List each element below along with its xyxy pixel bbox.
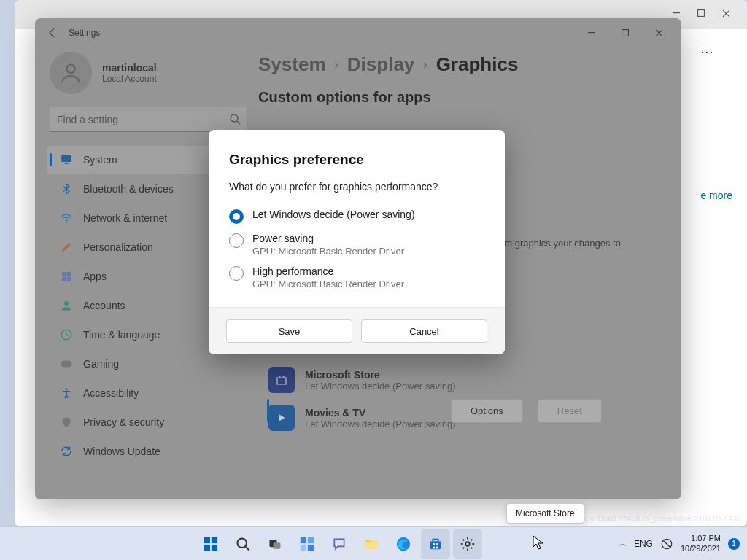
svg-rect-34 <box>436 546 438 548</box>
tray-overflow-icon[interactable]: ︿ <box>619 538 627 549</box>
user-name: martinlocal <box>102 62 157 74</box>
tray-clock[interactable]: 1:07 PM 10/29/2021 <box>681 534 721 553</box>
search-icon <box>229 113 241 125</box>
minimize-button[interactable] <box>575 21 608 44</box>
cursor-icon <box>533 535 544 550</box>
radio-label: Let Windows decide (Power saving) <box>252 209 415 220</box>
notification-badge[interactable]: 1 <box>728 538 740 550</box>
dialog-question: What do you prefer for graphics performa… <box>229 181 484 192</box>
sidebar-item-accessibility[interactable]: Accessibility <box>47 379 249 407</box>
bg-more-icon[interactable]: ⋯ <box>700 44 715 60</box>
radio-option-0[interactable]: Let Windows decide (Power saving) <box>229 204 484 228</box>
svg-rect-9 <box>62 272 66 276</box>
app-title: Movies & TV <box>305 407 456 419</box>
radio-label: Power saving <box>252 233 404 244</box>
user-block[interactable]: martinlocal Local Account <box>42 47 254 107</box>
selection-indicator <box>267 399 269 422</box>
svg-rect-7 <box>65 163 69 165</box>
svg-point-35 <box>465 542 470 546</box>
svg-point-8 <box>66 222 67 223</box>
app-subtitle: Let Windows decide (Power saving) <box>305 381 456 392</box>
radio-icon <box>229 266 244 281</box>
svg-rect-18 <box>212 537 217 542</box>
app-title: Microsoft Store <box>305 369 456 381</box>
save-button[interactable]: Save <box>226 319 352 343</box>
cancel-button[interactable]: Cancel <box>361 319 487 343</box>
window-title: Settings <box>69 28 100 38</box>
user-account-type: Local Account <box>102 74 157 84</box>
svg-rect-31 <box>433 543 435 545</box>
account-icon <box>60 299 73 312</box>
radio-option-2[interactable]: High performanceGPU: Microsoft Basic Ren… <box>229 261 484 294</box>
dialog-title: Graphics preference <box>229 152 484 168</box>
chevron-right-icon: › <box>335 58 338 71</box>
taskbar-widgets[interactable] <box>293 529 322 559</box>
breadcrumb-display[interactable]: Display <box>347 53 415 76</box>
bg-maximize-icon[interactable] <box>697 9 708 20</box>
sidebar-item-label: Personalization <box>83 241 153 253</box>
update-icon <box>60 445 73 458</box>
taskbar-edge[interactable] <box>389 529 418 559</box>
taskbar-taskview[interactable] <box>260 529 290 559</box>
breadcrumb-current: Graphics <box>436 53 519 76</box>
taskbar-store[interactable] <box>421 529 450 559</box>
gaming-icon <box>60 357 73 370</box>
app-subtitle: Let Windows decide (Power saving) <box>305 419 456 429</box>
svg-rect-1 <box>698 10 705 17</box>
svg-rect-23 <box>273 542 280 548</box>
search-input[interactable] <box>50 107 247 132</box>
svg-rect-0 <box>673 12 680 13</box>
reset-button[interactable]: Reset <box>538 399 602 423</box>
sidebar-item-windows-update[interactable]: Windows Update <box>47 438 249 465</box>
svg-rect-2 <box>588 32 595 33</box>
svg-rect-10 <box>67 272 71 276</box>
taskbar-search[interactable] <box>228 529 258 559</box>
options-button[interactable]: Options <box>451 399 523 423</box>
taskbar-settings[interactable] <box>453 529 482 559</box>
svg-rect-20 <box>212 544 217 550</box>
maximize-button[interactable] <box>608 21 642 44</box>
sidebar-item-label: System <box>83 154 117 166</box>
svg-rect-32 <box>436 543 438 545</box>
svg-rect-28 <box>365 542 378 548</box>
sidebar-item-label: Accessibility <box>83 387 139 399</box>
svg-rect-27 <box>308 544 314 550</box>
bg-close-icon[interactable] <box>722 9 732 20</box>
sidebar-item-label: Bluetooth & devices <box>83 183 174 195</box>
svg-rect-26 <box>301 544 306 550</box>
taskbar-chat[interactable] <box>325 529 354 559</box>
sidebar-item-label: Time & language <box>83 329 160 341</box>
radio-sublabel: GPU: Microsoft Basic Render Driver <box>252 279 404 289</box>
sidebar-item-label: Gaming <box>83 358 119 370</box>
svg-rect-33 <box>433 546 435 548</box>
display-icon <box>60 153 73 166</box>
sidebar-item-privacy-security[interactable]: Privacy & security <box>47 408 249 436</box>
bg-link-fragment[interactable]: e more <box>700 190 732 201</box>
sidebar-item-label: Apps <box>83 271 107 282</box>
start-button[interactable] <box>196 529 225 559</box>
close-button[interactable] <box>642 21 676 44</box>
wifi-icon <box>60 211 73 225</box>
radio-option-1[interactable]: Power savingGPU: Microsoft Basic Render … <box>229 228 484 261</box>
bluetooth-icon <box>60 182 73 195</box>
taskbar-explorer[interactable] <box>357 529 386 559</box>
brush-icon <box>60 241 73 254</box>
app-entry-store[interactable]: Microsoft Store Let Windows decide (Powe… <box>268 361 661 399</box>
svg-rect-15 <box>61 361 72 368</box>
graphics-preference-dialog: Graphics preference What do you prefer f… <box>209 130 505 354</box>
svg-rect-24 <box>301 537 306 542</box>
breadcrumb-system[interactable]: System <box>258 53 326 76</box>
store-icon <box>268 367 295 393</box>
svg-rect-11 <box>62 277 66 281</box>
settings-titlebar: Settings <box>35 18 681 47</box>
tray-language[interactable]: ENG <box>634 539 653 549</box>
svg-point-4 <box>66 65 74 73</box>
hint-text: om graphics your changes to <box>499 237 652 250</box>
movies-icon <box>268 405 295 431</box>
back-button[interactable] <box>41 21 64 44</box>
avatar <box>50 52 92 94</box>
tray-network-icon[interactable] <box>660 537 673 551</box>
svg-rect-19 <box>204 544 210 550</box>
sidebar-item-label: Privacy & security <box>83 416 164 428</box>
section-title: Custom options for apps <box>258 89 661 106</box>
